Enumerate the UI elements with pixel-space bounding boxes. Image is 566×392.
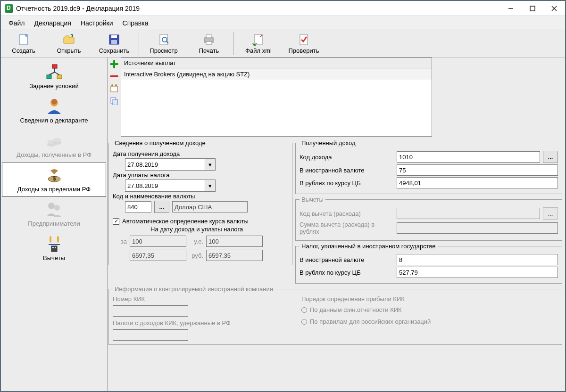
currency-pick-button[interactable]: ... bbox=[154, 201, 169, 213]
rate-per-input bbox=[130, 236, 186, 247]
sidebar-income-foreign[interactable]: $ Доходы за пределами РФ bbox=[2, 163, 106, 197]
source-remove-button[interactable] bbox=[109, 72, 119, 81]
sidebar-declarant[interactable]: Сведения о декларанте bbox=[2, 94, 106, 128]
toolbar-print[interactable]: Печать bbox=[186, 30, 232, 57]
sidebar-entrepreneurs[interactable]: Предприниматели bbox=[2, 197, 106, 231]
save-icon bbox=[108, 33, 121, 46]
rate2-input bbox=[206, 250, 263, 261]
chevron-down-icon[interactable]: ▾ bbox=[205, 159, 215, 170]
svg-rect-12 bbox=[52, 65, 57, 68]
source-add-button[interactable] bbox=[109, 59, 119, 69]
auto-rate-checkbox[interactable] bbox=[113, 218, 119, 225]
svg-rect-3 bbox=[111, 35, 117, 38]
kik-opt2-radio bbox=[301, 319, 307, 325]
date-received-input[interactable] bbox=[125, 159, 205, 170]
print-icon bbox=[202, 33, 216, 46]
deduct-code-pick-button: ... bbox=[543, 207, 558, 220]
rate1-input bbox=[130, 250, 186, 261]
sidebar-conditions[interactable]: Задание условий bbox=[2, 59, 106, 94]
income-fx-input[interactable] bbox=[397, 164, 558, 176]
menu-bar: Файл Декларация Настройки Справка bbox=[1, 16, 565, 30]
source-edit-button[interactable] bbox=[109, 84, 119, 93]
svg-point-24 bbox=[54, 205, 60, 211]
kik-opt1-radio bbox=[301, 307, 307, 313]
declarant-icon bbox=[45, 97, 64, 116]
income-code-pick-button[interactable]: ... bbox=[543, 151, 558, 163]
toolbar-preview[interactable]: Просмотр bbox=[141, 30, 186, 57]
svg-rect-14 bbox=[57, 75, 62, 79]
toolbar-xml[interactable]: Файл xml bbox=[236, 30, 281, 57]
entrepreneurs-icon bbox=[45, 200, 64, 219]
source-copy-button[interactable] bbox=[109, 96, 119, 106]
deductions-icon bbox=[45, 235, 64, 253]
income-code-input[interactable] bbox=[397, 151, 540, 163]
check-icon bbox=[297, 33, 310, 46]
svg-text:$: $ bbox=[52, 175, 56, 182]
deduct-code-input bbox=[397, 208, 540, 219]
kik-tax-input bbox=[113, 329, 188, 341]
sidebar-income-rf[interactable]: Доходы, полученные в РФ bbox=[2, 128, 106, 163]
conditions-icon bbox=[45, 63, 64, 82]
income-rf-icon bbox=[45, 131, 64, 150]
sources-list[interactable]: Interactive Brokers (дивиденд на акцию S… bbox=[121, 68, 432, 137]
sidebar: Задание условий Сведения о декларанте До… bbox=[1, 57, 108, 391]
svg-rect-4 bbox=[111, 40, 117, 44]
date-tax-input[interactable] bbox=[125, 180, 205, 191]
foreign-tax-group: Налог, уплаченный в иностранном государс… bbox=[295, 243, 562, 284]
list-item[interactable]: Interactive Brokers (дивиденд на акцию S… bbox=[121, 68, 432, 80]
received-income-group: Полученный доход Код дохода ... В иностр… bbox=[295, 139, 562, 194]
svg-rect-9 bbox=[206, 41, 212, 44]
rate-unit-input bbox=[206, 236, 263, 247]
menu-help[interactable]: Справка bbox=[118, 17, 153, 29]
svg-rect-28 bbox=[55, 247, 56, 248]
toolbar-save[interactable]: Сохранить bbox=[92, 30, 137, 57]
currency-name-field bbox=[172, 201, 248, 212]
window-title: Отчетность 2019.dc9 - Декларация 2019 bbox=[16, 5, 500, 12]
svg-rect-0 bbox=[530, 6, 535, 11]
svg-rect-26 bbox=[51, 246, 57, 252]
foreign-tax-fx-input[interactable] bbox=[397, 254, 558, 265]
chevron-down-icon[interactable]: ▾ bbox=[205, 180, 215, 191]
svg-point-20 bbox=[53, 138, 61, 142]
deductions-group: Вычеты Код вычета (расхода) ... Сумма вы… bbox=[295, 196, 562, 241]
menu-file[interactable]: Файл bbox=[4, 17, 29, 29]
svg-point-30 bbox=[111, 84, 113, 86]
deduct-sum-input bbox=[397, 222, 558, 234]
svg-rect-27 bbox=[52, 247, 54, 248]
kik-group: Информация о контролируемой иностранной … bbox=[108, 286, 562, 345]
svg-point-31 bbox=[115, 84, 117, 86]
sources-header: Источники выплат bbox=[121, 57, 432, 68]
svg-rect-29 bbox=[111, 86, 117, 92]
svg-rect-13 bbox=[47, 75, 51, 79]
toolbar-create[interactable]: Создать bbox=[1, 30, 46, 57]
foreign-tax-rub-input[interactable] bbox=[397, 267, 558, 278]
folder-open-icon bbox=[62, 33, 75, 46]
new-file-icon bbox=[17, 33, 30, 46]
svg-point-23 bbox=[48, 203, 55, 209]
svg-rect-33 bbox=[113, 99, 117, 105]
income-rub-input[interactable] bbox=[397, 177, 558, 188]
maximize-button[interactable] bbox=[522, 1, 543, 16]
menu-settings[interactable]: Настройки bbox=[76, 17, 118, 29]
svg-rect-8 bbox=[206, 35, 212, 38]
title-bar: Отчетность 2019.dc9 - Декларация 2019 bbox=[1, 1, 565, 16]
close-button[interactable] bbox=[543, 1, 565, 16]
svg-rect-5 bbox=[160, 34, 167, 45]
toolbar-check[interactable]: Проверить bbox=[281, 30, 326, 57]
currency-code-input[interactable] bbox=[125, 201, 151, 212]
xml-file-icon bbox=[252, 33, 265, 46]
toolbar: Создать Открыть Сохранить Просмотр Печат… bbox=[1, 30, 565, 57]
menu-declaration[interactable]: Декларация bbox=[29, 17, 76, 29]
svg-rect-25 bbox=[49, 244, 60, 245]
date-received-combo[interactable]: ▾ bbox=[125, 158, 216, 171]
income-foreign-icon: $ bbox=[45, 166, 64, 185]
sidebar-deductions[interactable]: Вычеты bbox=[2, 231, 106, 266]
toolbar-open[interactable]: Открыть bbox=[46, 30, 92, 57]
minimize-button[interactable] bbox=[500, 1, 522, 16]
date-tax-combo[interactable]: ▾ bbox=[125, 180, 216, 192]
kik-number-input bbox=[113, 305, 188, 317]
app-icon bbox=[5, 4, 13, 13]
svg-point-16 bbox=[51, 99, 57, 105]
income-info-group: Сведения о полученном доходе Дата получе… bbox=[108, 139, 292, 265]
preview-icon bbox=[157, 33, 170, 46]
